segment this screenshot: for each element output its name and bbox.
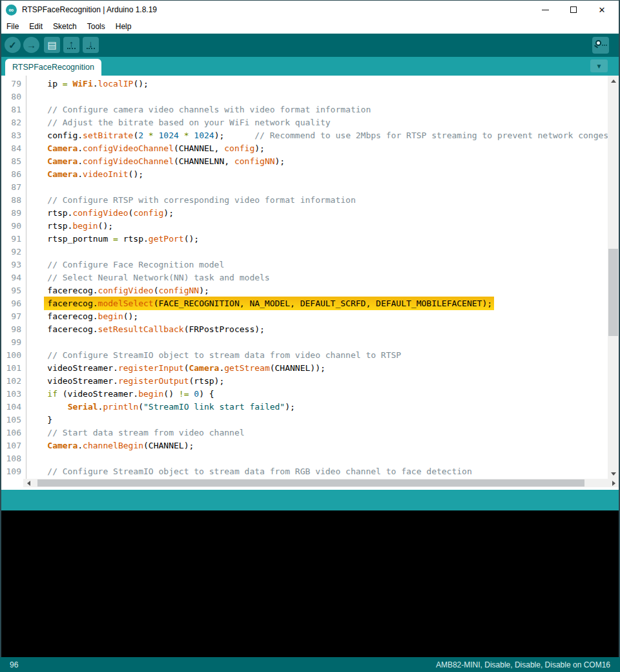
code-line[interactable]: 93 // Configure Face Recognition model [1,258,619,271]
verify-button[interactable]: ✓ [5,37,21,53]
tab-label: RTSPFaceRecognition [12,63,94,72]
code-line[interactable]: 85 Camera.configVideoChannel(CHANNELNN, … [1,155,619,168]
code-line[interactable]: 87 [1,181,619,194]
line-number: 83 [1,129,21,142]
line-number: 89 [1,207,21,220]
code-line[interactable]: 107 Camera.channelBegin(CHANNEL); [1,439,619,452]
line-number: 107 [1,439,21,452]
code-line[interactable]: 82 // Adjust the bitrate based on your W… [1,116,619,129]
line-number: 106 [1,426,21,439]
code-line[interactable]: 104 Serial.println("StreamIO link start … [1,401,619,414]
code-line[interactable]: 98 facerecog.setResultCallback(FRPostPro… [1,323,619,336]
menu-file[interactable]: File [1,20,24,33]
code-line[interactable]: 79 ip = WiFi.localIP(); [1,78,619,90]
toolbar: ✓ → ▤ ↑ ↓ [0,34,620,57]
menu-tools[interactable]: Tools [82,20,110,33]
code-line[interactable]: 105 } [1,414,619,426]
code-line[interactable]: 101 videoStreamer.registerInput(Camera.g… [1,362,619,375]
horizontal-scrollbar-thumb[interactable] [37,479,584,487]
code-line[interactable]: 86 Camera.videoInit(); [1,168,619,181]
arduino-ide-window: ∞ RTSPFaceRecognition | Arduino 1.8.19 ✕… [0,0,620,672]
magnifier-dots-icon [602,45,607,46]
line-number: 85 [1,155,21,168]
code-line[interactable]: 108 [1,452,619,465]
close-icon: ✕ [599,6,606,14]
close-button[interactable]: ✕ [588,0,616,19]
code-line[interactable]: 89 rtsp.configVideo(config); [1,207,619,220]
code-line[interactable]: 102 videoStreamer.registerOutput(rtsp); [1,375,619,388]
line-number: 88 [1,194,21,207]
status-board-info: AMB82-MINI, Disable, Disable, Disable on… [436,660,610,669]
save-button[interactable]: ↓ [83,37,99,53]
code-line[interactable]: 81 // Configure camera video channels wi… [1,103,619,116]
menu-bar: File Edit Sketch Tools Help [0,19,620,34]
tab-rtspfacerecognition[interactable]: RTSPFaceRecognition [5,59,101,76]
code-line[interactable]: 92 [1,246,619,258]
triangle-left-icon [27,481,30,486]
line-number: 100 [1,349,21,362]
scroll-right-arrow[interactable] [608,479,619,487]
verify-check-icon: ✓ [8,39,17,51]
maximize-icon [570,6,577,13]
arduino-logo-icon: ∞ [6,5,17,16]
code-line[interactable]: 94 // Select Neural Network(NN) task and… [1,271,619,284]
code-line[interactable]: 88 // Configure RTSP with corresponding … [1,194,619,207]
vertical-scrollbar-thumb[interactable] [608,249,618,336]
code-line[interactable]: 84 Camera.configVideoChannel(CHANNEL, co… [1,142,619,155]
line-number: 86 [1,168,21,181]
triangle-down-icon [611,472,616,476]
code-line[interactable]: 99 [1,336,619,349]
open-button[interactable]: ↑ [63,37,79,53]
magnifier-icon [595,40,601,46]
line-number: 81 [1,103,21,116]
serial-monitor-button[interactable] [592,37,609,54]
tab-bar: RTSPFaceRecognition ▼ [0,57,620,76]
highlighted-line: facerecog.modelSelect(FACE_RECOGNITION, … [44,297,494,310]
gutter-separator [26,76,26,479]
menu-edit[interactable]: Edit [24,20,48,33]
code-line[interactable]: 90 rtsp.begin(); [1,220,619,233]
code-editor[interactable]: 79 ip = WiFi.localIP();8081 // Configure… [1,76,619,479]
vertical-scrollbar[interactable] [608,76,619,479]
minimize-button[interactable] [531,0,559,19]
tab-list-dropdown-button[interactable]: ▼ [590,59,608,72]
code-line[interactable]: 106 // Start data stream from video chan… [1,426,619,439]
new-document-icon: ▤ [47,39,56,51]
code-line[interactable]: 95 facerecog.configVideo(configNN); [1,284,619,297]
code-line[interactable]: 109 // Configure StreamIO object to stre… [1,465,619,478]
line-number: 84 [1,142,21,155]
line-number: 79 [1,78,21,90]
line-number: 96 [1,297,21,310]
window-controls: ✕ [531,0,616,19]
line-number: 101 [1,362,21,375]
line-number: 104 [1,401,21,414]
menu-help[interactable]: Help [110,20,137,33]
line-number: 82 [1,116,21,129]
upload-button[interactable]: → [23,37,39,53]
code-line[interactable]: 80 [1,90,619,103]
code-line[interactable]: 103 if (videoStreamer.begin() != 0) { [1,388,619,401]
code-line[interactable]: 83 config.setBitrate(2 * 1024 * 1024); /… [1,129,619,142]
scroll-left-arrow[interactable] [23,479,34,487]
line-number: 97 [1,310,21,323]
line-number: 94 [1,271,21,284]
chevron-down-icon: ▼ [596,63,603,70]
maximize-button[interactable] [559,0,588,19]
scroll-down-arrow[interactable] [608,468,619,479]
line-number: 80 [1,90,21,103]
code-line[interactable]: 97 facerecog.begin(); [1,310,619,323]
triangle-right-icon [612,481,615,486]
console-output [1,510,619,657]
upload-arrow-icon: → [26,39,36,50]
code-line[interactable]: 100 // Configure StreamIO object to stre… [1,349,619,362]
open-arrow-icon: ↑ [67,41,76,49]
menu-sketch[interactable]: Sketch [48,20,82,33]
line-number: 105 [1,414,21,426]
window-title: RTSPFaceRecognition | Arduino 1.8.19 [22,5,157,14]
horizontal-scrollbar[interactable] [23,479,619,487]
code-line[interactable]: 91 rtsp_portnum = rtsp.getPort(); [1,233,619,246]
code-line[interactable]: 96 facerecog.modelSelect(FACE_RECOGNITIO… [1,297,619,310]
line-number: 103 [1,388,21,401]
new-sketch-button[interactable]: ▤ [44,37,60,53]
scroll-up-arrow[interactable] [608,76,619,86]
